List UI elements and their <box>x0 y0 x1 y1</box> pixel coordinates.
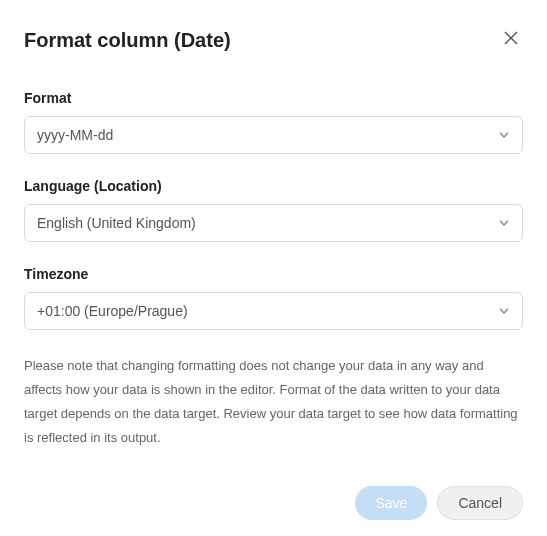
timezone-label: Timezone <box>24 266 523 282</box>
language-field-group: Language (Location) English (United King… <box>24 178 523 242</box>
language-value: English (United Kingdom) <box>37 215 196 231</box>
format-value: yyyy-MM-dd <box>37 127 113 143</box>
dialog-footer: Save Cancel <box>24 486 523 520</box>
chevron-down-icon <box>498 129 510 141</box>
format-select[interactable]: yyyy-MM-dd <box>24 116 523 154</box>
dialog-title: Format column (Date) <box>24 29 231 52</box>
format-label: Format <box>24 90 523 106</box>
language-label: Language (Location) <box>24 178 523 194</box>
dialog-header: Format column (Date) <box>24 28 523 52</box>
timezone-select[interactable]: +01:00 (Europe/Prague) <box>24 292 523 330</box>
save-button[interactable]: Save <box>355 486 427 520</box>
language-select[interactable]: English (United Kingdom) <box>24 204 523 242</box>
chevron-down-icon <box>498 305 510 317</box>
timezone-value: +01:00 (Europe/Prague) <box>37 303 188 319</box>
format-field-group: Format yyyy-MM-dd <box>24 90 523 154</box>
note-text: Please note that changing formatting doe… <box>24 354 523 450</box>
close-button[interactable] <box>499 28 523 52</box>
timezone-field-group: Timezone +01:00 (Europe/Prague) <box>24 266 523 330</box>
chevron-down-icon <box>498 217 510 229</box>
close-icon <box>503 30 519 50</box>
cancel-button[interactable]: Cancel <box>437 486 523 520</box>
